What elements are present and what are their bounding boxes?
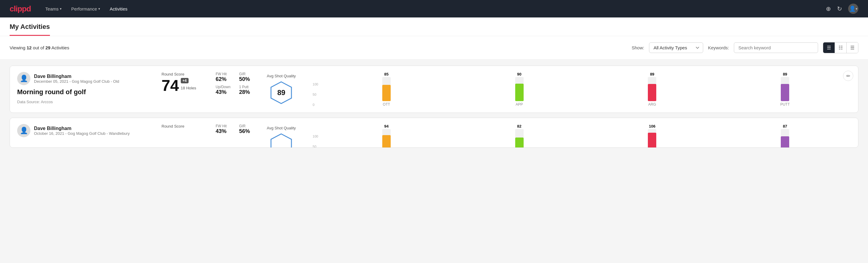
bar-label-arg-value: 89 bbox=[650, 72, 654, 77]
bar2-fill-arg bbox=[648, 133, 656, 148]
score-display: 74 +4 18 Holes bbox=[161, 78, 210, 93]
hexagon-2 bbox=[269, 133, 293, 148]
activity-date: December 05, 2021 - Gog Magog Golf Club … bbox=[34, 79, 119, 84]
bar-track-arg bbox=[648, 77, 656, 101]
bar-axis-arg: ARG bbox=[648, 102, 656, 107]
hexagon-svg-2 bbox=[269, 133, 293, 148]
round-score-section-2: Round Score bbox=[155, 124, 210, 130]
bar2-fill-ott bbox=[382, 135, 391, 148]
quality-label: Avg Shot Quality bbox=[267, 74, 296, 78]
activity-type-select[interactable]: All Activity Types bbox=[649, 42, 703, 53]
bar2-app-value: 82 bbox=[517, 124, 521, 128]
y-label-0: 0 bbox=[313, 103, 318, 107]
activity-card-2: 👤 Dave Billingham October 16, 2021 - Gog… bbox=[10, 118, 858, 148]
user-info: Dave Billingham December 05, 2021 - Gog … bbox=[34, 74, 119, 84]
bar2-app: 82 APP bbox=[454, 124, 585, 148]
bar2-track-app bbox=[515, 129, 524, 148]
bar-axis-ott: OTT bbox=[383, 102, 390, 107]
stat-updown: Up/Down 43% bbox=[216, 85, 234, 95]
bar-ott: 85 OTT bbox=[320, 72, 452, 107]
hexagon: 89 bbox=[269, 81, 293, 105]
stat-gir-2: GIR 56% bbox=[239, 124, 258, 135]
logo[interactable]: clippd bbox=[10, 4, 31, 13]
user-name: Dave Billingham bbox=[34, 74, 119, 79]
quality-left-2: Avg Shot Quality bbox=[267, 126, 296, 148]
bar2-fill-putt bbox=[781, 136, 789, 148]
bar2-putt-value: 87 bbox=[783, 124, 787, 128]
holes-count: 18 Holes bbox=[181, 86, 196, 91]
bar-chart-container: 100 50 0 85 OTT 90 bbox=[302, 72, 851, 107]
bar-putt: 89 PUTT bbox=[719, 72, 851, 107]
y-label-50: 50 bbox=[313, 93, 318, 96]
person-icon: 👤 bbox=[20, 127, 28, 135]
list-view-button[interactable]: ☰ bbox=[823, 42, 835, 53]
compact-icon: ☰ bbox=[850, 45, 855, 51]
edit-button[interactable]: ✏ bbox=[843, 71, 853, 81]
bar2-track-ott bbox=[382, 129, 391, 148]
y2-50: 50 bbox=[313, 145, 318, 148]
stat-1putt: 1 Putt 28% bbox=[239, 85, 258, 95]
bar-axis-app: APP bbox=[516, 102, 523, 107]
nav-teams[interactable]: Teams ▾ bbox=[45, 4, 62, 14]
nav-activities[interactable]: Activities bbox=[110, 4, 127, 14]
round-score-section: Round Score 74 +4 18 Holes bbox=[155, 72, 210, 94]
search-input[interactable] bbox=[734, 42, 818, 53]
chevron-down-icon: ▾ bbox=[98, 7, 100, 11]
keywords-label: Keywords: bbox=[708, 45, 729, 50]
user-row-2: 👤 Dave Billingham October 16, 2021 - Gog… bbox=[17, 124, 155, 137]
chevron-down-icon: ▾ bbox=[60, 7, 62, 11]
page-title: My Activities bbox=[10, 23, 50, 36]
navbar: clippd Teams ▾ Performance ▾ Activities … bbox=[0, 0, 868, 18]
bar-axis-putt: PUTT bbox=[780, 102, 789, 107]
compact-view-button[interactable]: ☰ bbox=[846, 42, 858, 53]
grid-view-button[interactable]: ☷ bbox=[835, 42, 846, 53]
hexagon-container-2 bbox=[267, 133, 296, 148]
stats-section: FW Hit 62% GIR 50% Up/Down 43% 1 Putt 28… bbox=[210, 72, 258, 95]
bar2-ott: 94 OTT bbox=[320, 124, 452, 148]
bar-chart-container-2: 100 50 0 94 OTT 82 bbox=[302, 124, 851, 148]
bar-track-ott bbox=[382, 77, 391, 101]
svg-marker-1 bbox=[271, 134, 291, 148]
round-score-label: Round Score bbox=[161, 72, 210, 77]
activity-card: ✏ 👤 Dave Billingham December 05, 2021 - … bbox=[10, 66, 858, 113]
viewing-text: Viewing 12 out of 29 Activities bbox=[10, 45, 627, 50]
user-name-2: Dave Billingham bbox=[34, 126, 130, 131]
grid-icon: ☷ bbox=[839, 45, 843, 51]
viewing-total: 29 bbox=[45, 45, 51, 50]
hexagon-container: 89 bbox=[267, 81, 296, 105]
bar2-arg-value: 106 bbox=[649, 124, 656, 128]
bar-label-ott-value: 85 bbox=[384, 72, 389, 77]
list-icon: ☰ bbox=[827, 45, 831, 51]
bar-fill-arg bbox=[648, 84, 656, 101]
hex-score: 89 bbox=[277, 88, 285, 97]
add-icon[interactable]: ⊕ bbox=[826, 5, 831, 12]
person-icon: 👤 bbox=[20, 75, 28, 83]
bar2-putt: 87 PUTT bbox=[719, 124, 851, 148]
bar2-track-arg bbox=[648, 129, 656, 148]
avg-shot-quality-section: Avg Shot Quality 89 100 bbox=[258, 72, 851, 107]
avatar-2: 👤 bbox=[17, 124, 30, 137]
nav-performance[interactable]: Performance ▾ bbox=[71, 4, 100, 14]
bar2-track-putt bbox=[781, 129, 789, 148]
viewing-count: 12 bbox=[27, 45, 32, 50]
bar-track-putt bbox=[781, 77, 789, 101]
person-icon: 👤 bbox=[849, 5, 856, 12]
refresh-icon[interactable]: ↻ bbox=[837, 5, 842, 12]
avatar: 👤 bbox=[17, 72, 30, 85]
quality-left: Avg Shot Quality 89 bbox=[267, 74, 296, 105]
bar2-arg: 106 ARG bbox=[586, 124, 718, 148]
stat-fw-hit: FW Hit 62% bbox=[216, 72, 234, 83]
round-score-label-2: Round Score bbox=[161, 124, 210, 128]
score-badge: +4 bbox=[181, 78, 189, 83]
activities-list: ✏ 👤 Dave Billingham December 05, 2021 - … bbox=[0, 60, 868, 154]
bar2-fill-app bbox=[515, 138, 524, 148]
stat-gir: GIR 50% bbox=[239, 72, 258, 83]
filter-bar: Viewing 12 out of 29 Activities Show: Al… bbox=[0, 36, 868, 60]
user-avatar-menu[interactable]: 👤 ▾ bbox=[848, 4, 858, 14]
bar-label-app-value: 90 bbox=[517, 72, 521, 77]
avg-shot-quality-section-2: Avg Shot Quality 100 50 0 bbox=[258, 124, 851, 148]
show-label: Show: bbox=[631, 45, 644, 50]
bar-track-app bbox=[515, 77, 524, 101]
y2-100: 100 bbox=[313, 135, 318, 138]
stat-fw-hit-2: FW Hit 43% bbox=[216, 124, 234, 135]
